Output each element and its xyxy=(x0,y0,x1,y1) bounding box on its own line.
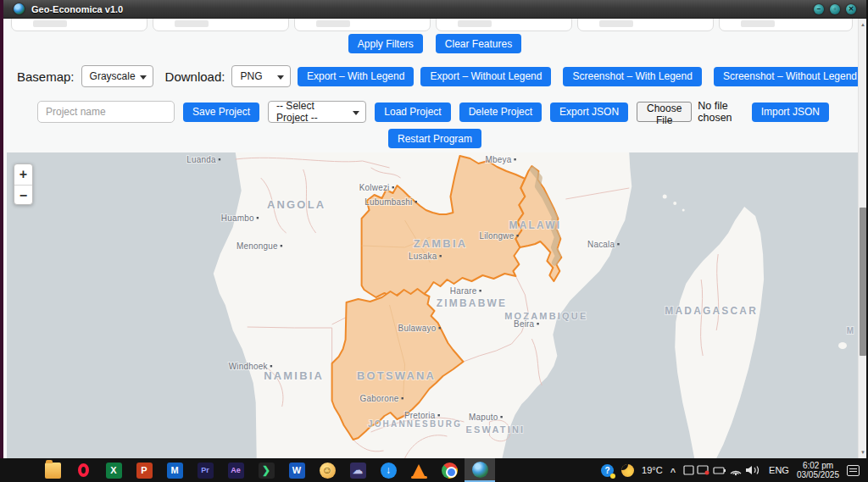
cutoff-filter-card[interactable] xyxy=(294,19,431,31)
city-label: Nacala xyxy=(587,240,615,249)
import-json-button[interactable]: Import JSON xyxy=(752,102,829,122)
city-label: Bulawayo xyxy=(398,324,437,333)
download-manager-icon: ↓ xyxy=(381,463,397,479)
city-dot xyxy=(219,158,220,160)
premiere-pro-icon: Pr xyxy=(198,463,214,479)
chevron-down-icon xyxy=(277,75,284,80)
after-effects-taskbar-button[interactable]: Ae xyxy=(220,458,251,482)
chevron-down-icon xyxy=(140,75,147,80)
small-island xyxy=(838,342,847,349)
screenshot-without-legend-button[interactable]: Screenshot – Without Legend xyxy=(714,67,866,86)
load-project-button[interactable]: Load Project xyxy=(375,102,450,122)
taskbar-clock[interactable]: 6:02 pm 03/05/2025 xyxy=(797,461,839,479)
cutoff-filter-card[interactable] xyxy=(153,19,289,31)
screenshot-with-legend-button[interactable]: Screenshot – With Legend xyxy=(563,67,701,86)
cutoff-filter-card[interactable] xyxy=(11,19,147,31)
cloud-app-icon: ☁ xyxy=(350,463,366,479)
zoom-in-button[interactable]: + xyxy=(14,164,32,186)
chrome-taskbar-button[interactable] xyxy=(434,458,465,482)
city-label: Kolwezi xyxy=(359,183,390,192)
cloud-app-taskbar-button[interactable]: ☁ xyxy=(342,458,373,482)
download-select[interactable]: PNG xyxy=(231,65,291,87)
city-dot xyxy=(439,255,441,257)
download-value: PNG xyxy=(240,70,262,82)
select-project-dropdown[interactable]: -- Select Project -- xyxy=(268,101,366,123)
minimize-button[interactable]: − xyxy=(814,4,824,14)
choose-file-button[interactable]: Choose File xyxy=(637,102,692,122)
select-project-value: -- Select Project -- xyxy=(276,100,348,124)
download-label: Download: xyxy=(165,69,225,84)
save-project-button[interactable]: Save Project xyxy=(183,102,259,122)
start-taskbar-button[interactable] xyxy=(7,458,37,482)
cutoff-filter-card[interactable] xyxy=(436,19,572,31)
mindmaster-icon: M xyxy=(167,463,183,479)
scrollbar-down-arrow[interactable]: ▼ xyxy=(859,448,866,457)
mindmaster-taskbar-button[interactable]: M xyxy=(159,458,190,482)
project-name-input[interactable] xyxy=(37,101,175,123)
system-tray: ? 19°C ^ ENG xyxy=(601,461,868,479)
geo-globe-taskbar-button[interactable] xyxy=(465,458,495,482)
scrollbar-thumb[interactable] xyxy=(860,208,866,356)
basemap-select[interactable]: Grayscale xyxy=(81,65,153,87)
export-json-button[interactable]: Export JSON xyxy=(550,102,628,122)
notifications-icon[interactable] xyxy=(847,465,860,476)
window-titlebar[interactable]: Geo-Economica v1.0 − ▫ ✕ xyxy=(0,0,868,19)
geo-globe-icon xyxy=(472,462,488,478)
tray-chevron-up-icon[interactable]: ^ xyxy=(670,467,676,477)
temperature-text[interactable]: 19°C xyxy=(642,465,663,475)
tray-icons[interactable] xyxy=(683,463,761,477)
city-label: Gaborone xyxy=(360,394,399,403)
country-label: BOTSWANA xyxy=(357,369,436,382)
file-explorer-icon xyxy=(45,463,61,479)
no-file-chosen-text: No file chosen xyxy=(698,100,743,124)
taskbar-apps: XPMPrAe❯W☺☁↓ xyxy=(0,458,495,482)
country-label: ESWATINI xyxy=(466,424,526,435)
opera-taskbar-button[interactable] xyxy=(68,458,98,482)
file-explorer-taskbar-button[interactable] xyxy=(37,458,68,482)
city-label: Huambo xyxy=(221,213,254,223)
country-label: ANGOLA xyxy=(267,198,326,211)
excel-taskbar-button[interactable]: X xyxy=(98,458,129,482)
city-label: Luanda xyxy=(186,155,216,164)
app-content: Apply Filters Clear Features Basemap: Gr… xyxy=(3,19,866,458)
after-effects-icon: Ae xyxy=(228,463,244,479)
delete-project-button[interactable]: Delete Project xyxy=(459,102,542,122)
page-scrollbar[interactable]: ▲ ▼ xyxy=(858,19,866,458)
screen: Geo-Economica v1.0 − ▫ ✕ Apply Filters C… xyxy=(0,0,868,482)
clear-features-button[interactable]: Clear Features xyxy=(436,34,521,53)
cutoff-filter-card[interactable] xyxy=(719,19,853,31)
vlc-taskbar-button[interactable] xyxy=(403,458,434,482)
language-indicator[interactable]: ENG xyxy=(769,465,789,475)
country-label: ZIMBABWE xyxy=(437,297,507,309)
record-dot-icon xyxy=(705,471,709,475)
basemap-svg[interactable]: LuandaHuamboMenongueKolweziLubumbashiLus… xyxy=(7,152,858,458)
cutoff-filter-card[interactable] xyxy=(577,19,714,31)
android-studio-taskbar-button[interactable]: ❯ xyxy=(251,458,281,482)
windows-taskbar[interactable]: XPMPrAe❯W☺☁↓ ? 19°C ^ xyxy=(0,458,868,482)
country-label: NAMIBIA xyxy=(264,369,324,382)
word-taskbar-button[interactable]: W xyxy=(281,458,312,482)
export-without-legend-button[interactable]: Export – Without Legend xyxy=(420,67,551,86)
download-manager-taskbar-button[interactable]: ↓ xyxy=(373,458,403,482)
scrollbar-up-arrow[interactable]: ▲ xyxy=(859,20,866,29)
restart-program-button[interactable]: Restart Program xyxy=(388,129,481,148)
weather-moon-icon[interactable] xyxy=(621,464,634,477)
maximize-button[interactable]: ▫ xyxy=(830,4,840,14)
map-canvas[interactable]: + − xyxy=(7,152,858,458)
basemap-label: Basemap: xyxy=(17,69,75,84)
city-dot xyxy=(392,186,394,188)
close-button[interactable]: ✕ xyxy=(846,4,856,14)
city-dot xyxy=(500,416,502,418)
city-label: Mbeya xyxy=(485,155,511,164)
city-dot xyxy=(537,323,538,324)
city-label: Harare xyxy=(450,286,477,296)
export-with-legend-button[interactable]: Export – With Legend xyxy=(298,67,414,86)
map-zoom-control: + − xyxy=(14,163,33,205)
volume-wave-2 xyxy=(757,467,758,474)
zoom-out-button[interactable]: − xyxy=(14,186,32,206)
premiere-pro-taskbar-button[interactable]: Pr xyxy=(190,458,220,482)
apply-filters-button[interactable]: Apply Filters xyxy=(348,34,423,53)
game-emoji-taskbar-button[interactable]: ☺ xyxy=(312,458,342,482)
powerpoint-taskbar-button[interactable]: P xyxy=(129,458,159,482)
help-icon[interactable]: ? xyxy=(601,464,614,477)
